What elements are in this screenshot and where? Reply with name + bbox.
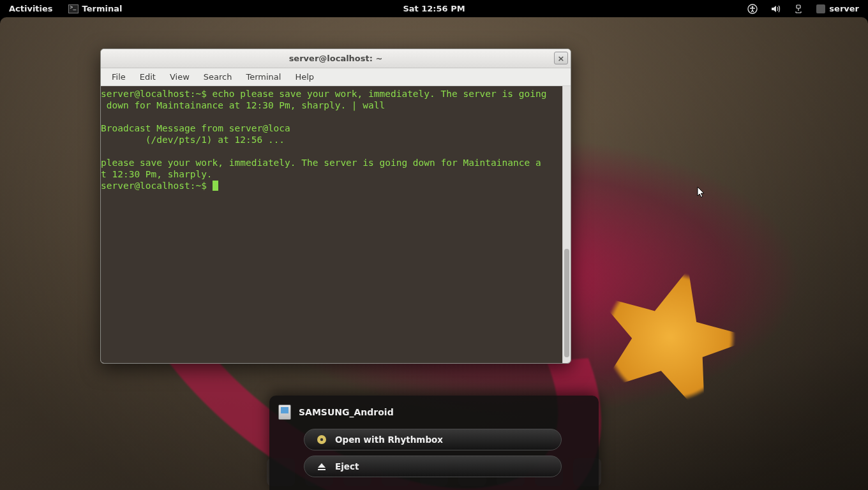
accessibility-icon[interactable] (747, 4, 758, 14)
menu-edit[interactable]: Edit (134, 70, 161, 84)
active-app-indicator[interactable]: Terminal (62, 0, 129, 17)
action-label: Open with Rhythmbox (335, 434, 443, 445)
window-title: server@localhost: ~ (289, 54, 383, 63)
clock[interactable]: Sat 12:56 PM (403, 4, 465, 13)
terminal-icon (68, 4, 79, 13)
rhythmbox-icon (316, 434, 327, 445)
window-titlebar[interactable]: server@localhost: ~ × (101, 49, 571, 68)
svg-point-4 (320, 438, 323, 441)
menu-terminal[interactable]: Terminal (240, 70, 287, 84)
user-status-icon (816, 4, 825, 13)
media-player-icon (278, 405, 291, 420)
topbar-right: server (747, 4, 868, 14)
desktop[interactable]: server@localhost: ~ × File Edit View Sea… (0, 17, 868, 490)
scrollbar-thumb[interactable] (564, 249, 569, 357)
eject-icon (316, 461, 327, 472)
terminal-prompt-line: server@localhost:~$ (101, 180, 571, 191)
eject-button[interactable]: Eject (304, 456, 562, 477)
user-name: server (829, 4, 859, 13)
close-button[interactable]: × (554, 52, 568, 64)
active-app-name: Terminal (82, 4, 123, 13)
terminal-output: server@localhost:~$ echo please save you… (101, 88, 571, 180)
topbar-left: Activities Terminal (0, 0, 128, 17)
notification-title: SAMSUNG_Android (299, 407, 394, 417)
svg-rect-5 (318, 469, 326, 470)
scrollbar[interactable] (562, 86, 571, 363)
terminal-cursor (213, 181, 218, 191)
action-label: Eject (335, 461, 359, 471)
terminal-viewport[interactable]: server@localhost:~$ echo please save you… (101, 86, 571, 363)
menubar: File Edit View Search Terminal Help (101, 68, 571, 86)
menu-file[interactable]: File (106, 70, 131, 84)
menu-search[interactable]: Search (198, 70, 238, 84)
activities-button[interactable]: Activities (0, 0, 62, 17)
top-bar: Activities Terminal Sat 12:56 PM server (0, 0, 868, 17)
menu-help[interactable]: Help (289, 70, 320, 84)
user-menu[interactable]: server (816, 4, 859, 13)
wallpaper-starfish (572, 248, 768, 426)
volume-icon[interactable] (770, 4, 781, 14)
notification-header: SAMSUNG_Android (278, 405, 587, 420)
terminal-prompt: server@localhost:~$ (101, 181, 213, 191)
menu-view[interactable]: View (164, 70, 195, 84)
open-with-rhythmbox-button[interactable]: Open with Rhythmbox (304, 429, 562, 450)
device-notification: SAMSUNG_Android Open with Rhythmbox Ejec… (269, 396, 599, 490)
terminal-window: server@localhost: ~ × File Edit View Sea… (100, 48, 571, 364)
svg-rect-2 (797, 5, 800, 8)
mouse-cursor (697, 186, 706, 199)
svg-point-1 (752, 6, 754, 8)
network-icon[interactable] (793, 4, 804, 14)
